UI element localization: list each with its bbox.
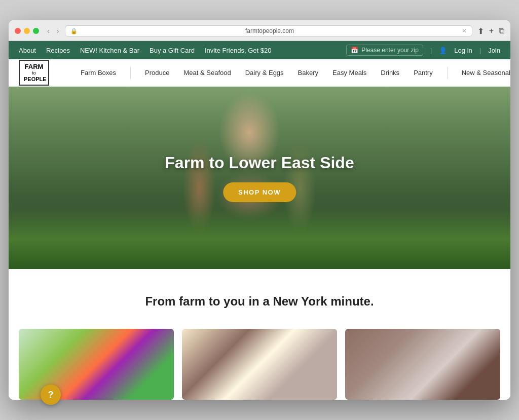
logo-line1: FARM [24,63,44,71]
nav-pantry[interactable]: Pantry [406,69,440,77]
help-button[interactable]: ? [41,385,61,405]
fullscreen-window-button[interactable] [33,28,39,34]
top-nav-links: About Recipes NEW! Kitchen & Bar Buy a G… [19,47,336,54]
join-link[interactable]: Join [488,47,500,54]
below-hero-section: From farm to you in a New York minute. [9,269,510,400]
browser-window: ‹ › 🔒 farmtopeople.com ✕ ⬆ + ⧉ About Rec… [9,20,510,400]
share-icon[interactable]: ⬆ [477,26,484,36]
nav-produce[interactable]: Produce [138,69,176,77]
nav-separator-2 [447,67,448,79]
hero-field-overlay [9,208,510,269]
top-nav-invite[interactable]: Invite Friends, Get $20 [205,47,272,54]
nav-separator: | [479,47,481,54]
logo-line3: PEOPLE [24,76,44,83]
back-button[interactable]: ‹ [45,26,52,36]
main-nav-links: Farm Boxes Produce Meat & Seafood Dairy … [73,67,510,79]
forward-button[interactable]: › [55,26,61,36]
product-card-dairy[interactable] [182,329,337,400]
close-tab-icon[interactable]: ✕ [462,27,467,34]
user-icon: 👤 [439,47,447,54]
close-window-button[interactable] [15,28,21,34]
login-link[interactable]: Log in [454,47,472,54]
zip-input[interactable]: 📅 Please enter your zip [346,45,423,56]
top-nav-right: 📅 Please enter your zip | 👤 Log in | Joi… [346,45,500,56]
traffic-lights [15,28,39,34]
nav-separator-1 [130,67,131,79]
nav-meat-seafood[interactable]: Meat & Seafood [177,69,238,77]
url-text: farmtopeople.com [81,27,458,34]
browser-controls: ‹ › [45,26,61,36]
tabs-icon[interactable]: ⧉ [499,26,504,36]
hero-section: Farm to Lower East Side SHOP NOW [9,87,510,269]
zip-placeholder-text: Please enter your zip [361,47,419,54]
main-navigation: FARM to PEOPLE Farm Boxes Produce Meat &… [9,59,510,87]
calendar-icon: 📅 [351,47,358,54]
top-nav-divider: | [430,47,432,54]
top-nav-gift-card[interactable]: Buy a Gift Card [150,47,195,54]
top-navigation: About Recipes NEW! Kitchen & Bar Buy a G… [9,41,510,59]
browser-titlebar: ‹ › 🔒 farmtopeople.com ✕ ⬆ + ⧉ [15,25,504,36]
address-bar[interactable]: 🔒 farmtopeople.com ✕ [65,25,472,36]
top-nav-recipes[interactable]: Recipes [46,47,70,54]
hero-title: Farm to Lower East Side [165,154,354,172]
nav-drinks[interactable]: Drinks [374,69,406,77]
product-cards [19,329,500,400]
nav-easy-meals[interactable]: Easy Meals [325,69,374,77]
browser-chrome: ‹ › 🔒 farmtopeople.com ✕ ⬆ + ⧉ [9,20,510,41]
top-nav-kitchen-bar[interactable]: NEW! Kitchen & Bar [80,47,139,54]
browser-action-buttons: ⬆ + ⧉ [477,26,504,36]
nav-farm-boxes[interactable]: Farm Boxes [73,69,123,77]
nav-dairy-eggs[interactable]: Dairy & Eggs [238,69,291,77]
nav-new-seasonal[interactable]: New & Seasonal [455,69,510,77]
logo-line2: to [24,70,44,76]
site-logo[interactable]: FARM to PEOPLE [19,60,49,86]
product-card-bakery[interactable] [345,329,500,400]
new-tab-icon[interactable]: + [489,26,494,36]
security-icon: 🔒 [70,28,78,34]
hero-content: Farm to Lower East Side SHOP NOW [165,154,354,202]
tagline-heading: From farm to you in a New York minute. [19,294,500,309]
website-content: About Recipes NEW! Kitchen & Bar Buy a G… [9,41,510,400]
minimize-window-button[interactable] [24,28,30,34]
nav-bakery[interactable]: Bakery [291,69,325,77]
question-mark-icon: ? [48,390,54,400]
top-nav-about[interactable]: About [19,47,36,54]
shop-now-button[interactable]: SHOP NOW [223,182,296,202]
